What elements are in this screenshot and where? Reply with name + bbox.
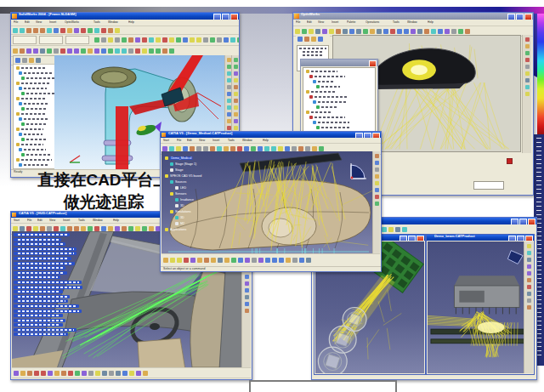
tree-item[interactable] [21,92,54,95]
tree-item[interactable] [16,143,54,146]
toolbar-icon[interactable] [234,126,238,130]
toolbar-icon[interactable] [375,181,379,185]
menu-item[interactable]: View [318,20,324,23]
viewport-projector[interactable] [428,241,524,373]
toolbar-icon[interactable] [36,58,41,63]
toolbar-icon[interactable] [245,275,249,279]
toolbar-icon[interactable] [81,28,86,33]
toolbar-icon[interactable] [382,227,387,232]
toolbar-icon[interactable] [234,65,238,69]
toolbar-icon[interactable] [527,305,531,310]
dialog-tree-item[interactable] [316,85,375,88]
toolbar-icon[interactable] [74,28,79,33]
toolbar-icon[interactable] [234,92,238,96]
toolbar-icon[interactable] [170,258,175,263]
dialog-tree-item[interactable] [313,100,375,104]
tree-item-selected[interactable] [14,295,70,298]
toolbar-icon[interactable] [527,264,531,269]
toolbar-icon[interactable] [525,58,530,62]
menu-item[interactable]: Operations [366,20,379,23]
toolbar-icon[interactable] [75,371,80,376]
toolbar-icon[interactable] [311,37,316,42]
tree-item-selected[interactable] [14,266,65,270]
menu-item[interactable]: File [296,20,300,23]
toolbar-icon[interactable] [183,37,188,43]
toolbar-icon[interactable] [54,48,59,54]
toolbar-icon[interactable] [451,29,456,34]
toolbar-icon[interactable] [377,29,382,34]
toolbar-icon[interactable] [142,48,147,54]
toolbar-icon[interactable] [227,105,231,110]
toolbar-icon[interactable] [397,29,402,34]
toolbar-icon[interactable] [227,85,231,89]
command-tab-button[interactable] [65,36,89,44]
toolbar-icon[interactable] [527,244,531,248]
toolbar-icon[interactable] [20,371,26,376]
toolbar-icon[interactable] [234,78,238,82]
toolbar-icon[interactable] [227,92,231,96]
toolbar-icon[interactable] [22,58,27,63]
toolbar-icon[interactable] [234,58,238,62]
toolbar-icon[interactable] [197,258,202,263]
menu-item[interactable]: Insert [332,20,338,23]
window-buttons[interactable] [213,14,238,20]
spec-tree-item[interactable]: Sensors [170,190,223,196]
toolbar-icon[interactable] [527,251,531,255]
right-toolbar[interactable] [524,241,533,373]
tree-item[interactable] [21,107,54,111]
toolbar-icon[interactable] [129,371,134,376]
toolbar-icon[interactable] [227,119,231,123]
toolbar-icon[interactable] [286,258,291,263]
tree-item[interactable] [19,87,54,90]
toolbar-icon[interactable] [525,71,530,76]
toolbar-icon[interactable] [67,48,72,54]
toolbar-icon[interactable] [245,309,249,313]
tree-item-selected[interactable] [14,314,63,317]
toolbar-icon[interactable] [336,29,341,34]
titlebar[interactable]: CATIA V5 - [Demo_Medical.CATProduct] [161,132,381,138]
toolbar-icon[interactable] [227,112,231,116]
menu-item[interactable]: Help [428,20,434,23]
tree-item[interactable] [19,163,54,167]
toolbar-icon[interactable] [390,29,395,34]
toolbar-icon[interactable] [224,258,230,263]
close-icon[interactable] [525,236,533,241]
tree-item-selected[interactable] [14,290,63,293]
toolbar-icon[interactable] [258,258,264,263]
compass-icon[interactable] [349,162,368,180]
toolbar-icon[interactable] [143,371,148,376]
toolbar-icon[interactable] [234,112,238,116]
spec-tree-item[interactable]: 3D [175,202,223,208]
tree-item[interactable] [16,82,54,85]
menu-item[interactable]: Start [14,219,20,221]
toolbar-icon[interactable] [116,371,121,376]
toolbar-icon[interactable] [40,48,45,54]
menu-item[interactable]: Help [113,219,119,221]
toolbar-icon[interactable] [230,37,235,43]
toolbar-icon[interactable] [14,371,19,376]
tree-item[interactable] [21,122,54,126]
toolbar-icon[interactable] [525,44,530,48]
toolbar-icon[interactable] [122,48,127,54]
menu-item[interactable]: Edit [187,139,192,141]
toolbar-icon[interactable] [94,48,99,54]
toolbar-icon[interactable] [60,28,65,33]
minimize-icon[interactable] [400,236,407,241]
dialog-tree-item[interactable] [306,111,375,114]
window-buttons[interactable] [508,236,533,241]
maximize-icon[interactable] [517,236,524,241]
spec-tree-item[interactable]: LED [175,185,223,190]
viewport-body-raytrace[interactable]: Demo_MedicalStage (Stage 1)StageSPEOS CA… [162,151,373,256]
toolbar-icon[interactable] [265,258,270,263]
titlebar[interactable]: SolidWorks 2004 - [Frame.SLDASM] [11,13,239,20]
toolbar-icon[interactable] [149,37,154,43]
toolbar-icon[interactable] [424,29,429,34]
toolbar-icon[interactable] [47,48,52,54]
toolbar-icon[interactable] [525,85,530,89]
toolbar-icon[interactable] [82,371,87,376]
toolbar-icon[interactable] [465,29,470,34]
toolbar-icon[interactable] [234,105,238,110]
toolbar-icon[interactable] [115,28,120,33]
toolbar-icon[interactable] [527,271,531,276]
maximize-icon[interactable] [222,14,230,20]
